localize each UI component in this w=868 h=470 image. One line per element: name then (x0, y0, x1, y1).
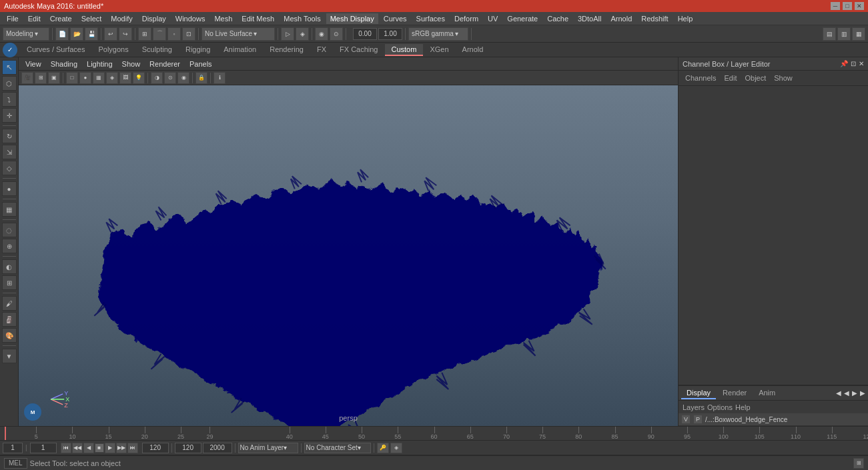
layer-icon-2[interactable]: ◀ (844, 389, 849, 397)
vp-camera-select-btn[interactable]: 🎥 (21, 72, 33, 84)
show-hide-btn[interactable]: ◉ (315, 27, 328, 41)
stop-btn[interactable]: ■ (95, 443, 104, 453)
paint-btn[interactable]: 🖌 (2, 296, 17, 311)
vp-film-gate-btn[interactable]: ▣ (48, 72, 60, 84)
anim-layer-dropdown[interactable]: No Anim Layer▾ (238, 443, 298, 453)
snap-pts-btn[interactable]: ◌ (2, 223, 17, 237)
render-view-btn[interactable]: ⊞ (2, 275, 17, 290)
title-bar-controls[interactable]: ─ □ ✕ (831, 2, 864, 10)
vp-lights-btn[interactable]: 💡 (133, 72, 145, 84)
shelf-tab-rendering[interactable]: Rendering (263, 44, 310, 56)
menu-deform[interactable]: Deform (450, 13, 482, 24)
range-start-input[interactable] (30, 443, 57, 453)
maximize-btn[interactable]: □ (843, 2, 852, 10)
rbt-render[interactable]: Render (717, 387, 752, 399)
ch-tab-object[interactable]: Object (742, 73, 769, 83)
layer-icon-3[interactable]: ▶ (852, 389, 857, 397)
step-back-btn[interactable]: ◀◀ (72, 443, 83, 453)
status-btn1[interactable]: ⊞ (853, 458, 864, 469)
menu-redshift[interactable]: Redshift (637, 13, 672, 24)
snap-point-btn[interactable]: ◦ (167, 27, 181, 41)
vp-menu-show[interactable]: Show (118, 59, 145, 69)
vp-smooth-wire-btn[interactable]: ◈ (106, 72, 118, 84)
vp-menu-panels[interactable]: Panels (185, 59, 216, 69)
isolate-btn[interactable]: ⊙ (330, 27, 343, 41)
options-menu[interactable]: Options (707, 403, 733, 411)
shelf-tab-fx-caching[interactable]: FX Caching (333, 44, 384, 56)
snap-grid-btn[interactable]: ⊞ (138, 27, 151, 41)
vp-smooth-btn[interactable]: ● (79, 72, 91, 84)
vp-menu-renderer[interactable]: Renderer (145, 59, 184, 69)
current-frame-input[interactable] (3, 443, 23, 453)
menu-surfaces[interactable]: Surfaces (412, 13, 449, 24)
snap-curve-btn[interactable]: ⌒ (153, 27, 166, 41)
pin-icon[interactable]: 📌 (840, 60, 848, 67)
vp-menu-lighting[interactable]: Lighting (83, 59, 117, 69)
rotate-tool-btn[interactable]: ↻ (2, 129, 17, 143)
soft-mod-btn[interactable]: ● (2, 181, 17, 196)
layer-ref-btn[interactable]: P (693, 415, 703, 424)
shelf-tab-arnold[interactable]: Arnold (456, 44, 490, 56)
breakdown-btn[interactable]: ◈ (390, 443, 402, 453)
snap-to-btn[interactable]: ⊕ (2, 239, 17, 253)
open-file-btn[interactable]: 📂 (70, 27, 83, 41)
show-manip-btn[interactable]: ▦ (2, 202, 17, 217)
menu-display[interactable]: Display (138, 13, 170, 24)
mode-dropdown[interactable]: Modeling▾ (3, 27, 49, 41)
ch-tab-show[interactable]: Show (771, 73, 795, 83)
go-end-btn[interactable]: ⏭ (127, 443, 138, 453)
next-frame-btn[interactable]: ▶▶ (116, 443, 127, 453)
lasso-btn[interactable]: ⤵ (2, 92, 17, 107)
render-btn[interactable]: ▷ (281, 27, 294, 41)
panel-layout-btn3[interactable]: ▦ (852, 27, 865, 41)
x-input[interactable] (353, 28, 377, 40)
new-file-btn[interactable]: 📄 (55, 27, 69, 41)
menu-3dtoall[interactable]: 3DtoAll (574, 13, 605, 24)
vp-shadow-btn[interactable]: ◑ (151, 72, 163, 84)
prev-frame-btn[interactable]: ◀ (83, 443, 94, 453)
colorspace-dropdown[interactable]: sRGB gamma▾ (408, 27, 468, 41)
menu-mesh-display[interactable]: Mesh Display (326, 13, 378, 24)
menu-select[interactable]: Select (77, 13, 106, 24)
float-icon[interactable]: ⊡ (851, 60, 856, 67)
ipr-btn[interactable]: ◈ (296, 27, 309, 41)
shelf-tab-custom[interactable]: Custom (385, 44, 424, 56)
menu-generate[interactable]: Generate (503, 13, 542, 24)
snap-view-btn[interactable]: ⊡ (182, 27, 195, 41)
shelf-tab-rigging[interactable]: Rigging (179, 44, 217, 56)
shelf-tab-animation[interactable]: Animation (217, 44, 263, 56)
ch-tab-channels[interactable]: Channels (683, 73, 719, 83)
menu-edit[interactable]: Edit (24, 13, 45, 24)
vp-wireframe-btn[interactable]: □ (66, 72, 78, 84)
timeline[interactable]: 5101520252940455055606570758085909510010… (0, 426, 868, 441)
close-panel-icon[interactable]: ✕ (859, 60, 864, 67)
vp-flat-btn[interactable]: ▦ (93, 72, 105, 84)
playback-end-input[interactable] (175, 443, 201, 453)
ch-tab-edit[interactable]: Edit (721, 73, 739, 83)
redo-btn[interactable]: ↪ (119, 27, 132, 41)
mel-label[interactable]: MEL (4, 458, 27, 469)
sculpt-btn[interactable]: 🗿 (2, 312, 17, 327)
vp-isolate-btn[interactable]: 🔒 (195, 72, 207, 84)
shelf-tab-fx[interactable]: FX (310, 44, 333, 56)
scale-tool-btn[interactable]: ⇲ (2, 145, 17, 159)
minimize-btn[interactable]: ─ (831, 2, 840, 10)
menu-mesh[interactable]: Mesh (210, 13, 236, 24)
move-tool-btn[interactable]: ✛ (2, 108, 17, 123)
rbt-display[interactable]: Display (681, 387, 716, 399)
char-set-dropdown[interactable]: No Character Set▾ (304, 443, 371, 453)
menu-file[interactable]: File (3, 13, 23, 24)
timeline-ruler[interactable]: 5101520252940455055606570758085909510010… (0, 427, 868, 440)
camera-tools-btn[interactable]: ◐ (2, 259, 17, 274)
vp-grid-btn[interactable]: ⊞ (35, 72, 47, 84)
y-input[interactable] (378, 28, 402, 40)
panel-layout-btn2[interactable]: ▥ (837, 27, 851, 41)
rbt-anim[interactable]: Anim (753, 387, 781, 399)
vp-tex-btn[interactable]: 🖼 (119, 72, 131, 84)
vp-dof-btn[interactable]: ◉ (177, 72, 189, 84)
menu-create[interactable]: Create (46, 13, 76, 24)
help-menu[interactable]: Help (735, 403, 751, 411)
shelf-tab-sculpting[interactable]: Sculpting (135, 44, 179, 56)
menu-windows[interactable]: Windows (171, 13, 209, 24)
layers-menu[interactable]: Layers (683, 403, 705, 411)
